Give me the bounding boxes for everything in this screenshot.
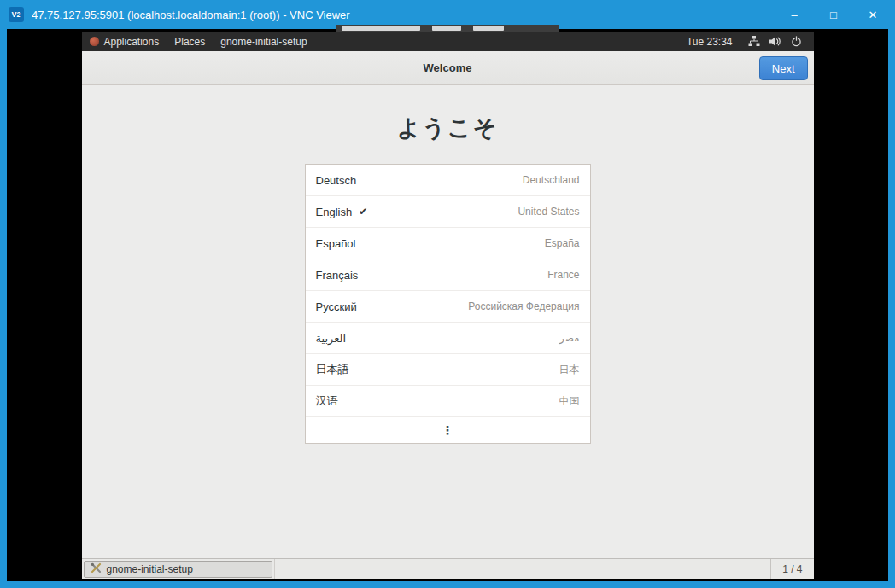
language-row-left: Français — [316, 269, 359, 282]
window-title: 47.75.127.95:5901 (localhost.localdomain… — [32, 9, 770, 21]
network-icon[interactable] — [748, 36, 760, 47]
page-title: Welcome — [424, 61, 472, 74]
remote-desktop: Applications Places gnome-initial-setup … — [82, 32, 814, 579]
power-icon[interactable] — [791, 36, 802, 47]
language-row[interactable]: 汉语 中国 — [306, 386, 590, 417]
setup-tool-icon — [91, 562, 102, 576]
language-list: Deutsch Deutschland English ✔ United Sta… — [305, 164, 591, 444]
more-row[interactable]: ⋮ — [306, 417, 590, 443]
task-button-label: gnome-initial-setup — [107, 563, 193, 575]
vnc-toolbar-peek[interactable] — [336, 25, 559, 32]
app-menu-label: gnome-initial-setup — [220, 36, 307, 48]
language-name: العربية — [316, 332, 347, 345]
language-region: España — [545, 237, 580, 249]
next-button[interactable]: Next — [759, 56, 808, 80]
vnc-toolbar-button[interactable] — [342, 26, 420, 31]
vnc-toolbar-button[interactable] — [473, 26, 504, 31]
language-row-left: العربية — [316, 332, 347, 345]
maximize-button[interactable]: □ — [818, 4, 849, 25]
language-region: 中国 — [559, 394, 580, 409]
language-row[interactable]: 日本語 日本 — [306, 354, 590, 386]
language-name: 日本語 — [316, 362, 349, 377]
volume-icon[interactable] — [769, 36, 781, 47]
language-name: Русский — [316, 300, 357, 313]
gnome-top-bar: Applications Places gnome-initial-setup … — [82, 32, 814, 51]
language-row[interactable]: English ✔ United States — [306, 196, 590, 228]
applications-menu[interactable]: Applications — [82, 32, 167, 51]
app-menu-gnome-initial-setup[interactable]: gnome-initial-setup — [213, 32, 314, 51]
language-row-left: Русский — [316, 300, 357, 313]
language-name: 汉语 — [316, 393, 338, 409]
language-region: United States — [518, 206, 579, 218]
workspace-pager[interactable]: 1 / 4 — [770, 559, 813, 579]
language-name: Español — [316, 237, 356, 250]
language-name: Deutsch — [316, 174, 357, 187]
language-region: Deutschland — [523, 174, 580, 186]
places-menu[interactable]: Places — [167, 32, 213, 51]
selected-check-icon: ✔ — [359, 206, 367, 218]
language-row-left: Español — [316, 237, 356, 250]
minimize-button[interactable]: – — [779, 4, 810, 25]
system-status-area[interactable] — [741, 32, 814, 51]
taskbar-separator — [274, 559, 275, 579]
welcome-heading: ようこそ — [82, 113, 814, 143]
language-region: مصر — [559, 332, 579, 344]
language-row[interactable]: Русский Российская Федерация — [306, 291, 590, 323]
language-name: English — [316, 206, 353, 218]
window-list-taskbar: gnome-initial-setup 1 / 4 — [82, 558, 814, 579]
language-region: Российская Федерация — [468, 300, 579, 312]
applications-menu-icon — [90, 37, 99, 46]
vnc-logo-icon[interactable]: V2 — [9, 7, 24, 22]
window-controls: – □ ✕ — [770, 4, 888, 25]
vnc-remote-canvas: Applications Places gnome-initial-setup … — [7, 29, 888, 581]
task-button-gnome-initial-setup[interactable]: gnome-initial-setup — [84, 561, 272, 578]
vnc-toolbar-button[interactable] — [432, 26, 461, 31]
clock[interactable]: Tue 23:34 — [678, 36, 741, 48]
language-name: Français — [316, 269, 359, 282]
header-bar: Welcome Next — [82, 51, 814, 85]
language-row-left: Deutsch — [316, 174, 357, 187]
language-row[interactable]: العربية مصر — [306, 323, 590, 354]
language-row-left: English ✔ — [316, 206, 368, 218]
language-region: 日本 — [559, 363, 580, 377]
main-content: ようこそ Deutsch Deutschland English ✔ Unite… — [82, 85, 814, 558]
language-row-left: 日本語 — [316, 362, 349, 377]
language-row-left: 汉语 — [316, 393, 338, 409]
language-row[interactable]: Français France — [306, 259, 590, 291]
applications-menu-label: Applications — [104, 36, 160, 48]
places-menu-label: Places — [174, 36, 205, 48]
language-region: France — [547, 269, 579, 281]
close-button[interactable]: ✕ — [857, 4, 888, 25]
language-row[interactable]: Deutsch Deutschland — [306, 165, 590, 196]
language-row[interactable]: Español España — [306, 228, 590, 259]
